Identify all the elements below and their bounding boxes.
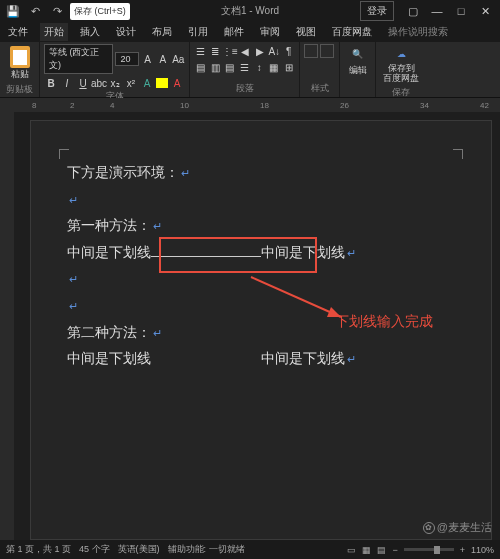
zoom-slider[interactable] (404, 548, 454, 551)
window-title: 文档1 - Word (221, 4, 279, 18)
paragraph-group-label: 段落 (194, 82, 295, 95)
style-heading[interactable] (320, 44, 334, 58)
return-mark-icon: ↵ (69, 273, 78, 285)
tab-layout[interactable]: 布局 (148, 23, 176, 41)
status-language[interactable]: 英语(美国) (118, 543, 160, 556)
undo-icon[interactable]: ↶ (26, 2, 44, 20)
return-mark-icon: ↵ (153, 327, 162, 339)
annotation-box (159, 237, 317, 273)
return-mark-icon: ↵ (69, 194, 78, 206)
tab-references[interactable]: 引用 (184, 23, 212, 41)
save-tooltip: 保存 (Ctrl+S) (70, 3, 130, 20)
document-area: 下方是演示环境：↵ ↵ 第一种方法：↵ 中间是下划线中间是下划线↵ ↵ ↵ 第二… (0, 112, 500, 540)
find-icon: 🔍 (350, 46, 366, 62)
status-page[interactable]: 第 1 页，共 1 页 (6, 543, 71, 556)
ribbon-options-icon[interactable]: ▢ (402, 2, 424, 20)
view-web-icon[interactable]: ▤ (377, 545, 386, 555)
save-icon[interactable]: 💾 (4, 2, 22, 20)
underline-icon[interactable]: U (76, 76, 90, 90)
doc-empty-line[interactable]: ↵ (67, 186, 455, 213)
font-size-select[interactable]: 20 (115, 52, 138, 66)
decrease-indent-icon[interactable]: ◀ (239, 44, 252, 58)
tab-file[interactable]: 文件 (4, 23, 32, 41)
borders-icon[interactable]: ⊞ (282, 60, 295, 74)
return-mark-icon: ↵ (347, 247, 356, 259)
tab-review[interactable]: 审阅 (256, 23, 284, 41)
ribbon: 粘贴 剪贴板 等线 (西文正文) 20 A A Aa B I U abc x₂ … (0, 42, 500, 98)
titlebar: 💾 ↶ ↷ 保存 (Ctrl+S) 文档1 - Word 登录 ▢ — □ ✕ (0, 0, 500, 22)
tell-me-search[interactable]: 操作说明搜索 (384, 23, 452, 41)
italic-icon[interactable]: I (60, 76, 74, 90)
sort-icon[interactable]: A↓ (268, 44, 281, 58)
view-print-icon[interactable]: ▦ (362, 545, 371, 555)
login-button[interactable]: 登录 (360, 1, 394, 21)
show-marks-icon[interactable]: ¶ (283, 44, 296, 58)
view-read-icon[interactable]: ▭ (347, 545, 356, 555)
tab-insert[interactable]: 插入 (76, 23, 104, 41)
font-name-select[interactable]: 等线 (西文正文) (44, 44, 113, 74)
align-center-icon[interactable]: ▥ (209, 60, 222, 74)
margin-corner-tl (59, 149, 69, 159)
status-word-count[interactable]: 45 个字 (79, 543, 110, 556)
zoom-level[interactable]: 110% (471, 545, 494, 555)
zoom-in-icon[interactable]: + (460, 545, 465, 555)
find-button[interactable]: 🔍 编辑 (344, 44, 371, 79)
maximize-icon[interactable]: □ (450, 2, 472, 20)
shading-icon[interactable]: ▦ (268, 60, 281, 74)
tab-home[interactable]: 开始 (40, 23, 68, 41)
status-bar: 第 1 页，共 1 页 45 个字 英语(美国) 辅助功能: 一切就绪 ▭ ▦ … (0, 540, 500, 559)
watermark-icon: ✿ (423, 522, 435, 534)
font-color-icon[interactable]: A (170, 76, 184, 90)
strikethrough-icon[interactable]: abc (92, 76, 106, 90)
doc-line-2[interactable]: 第一种方法：↵ (67, 212, 455, 239)
paste-label: 粘贴 (11, 68, 29, 81)
paste-button[interactable]: 粘贴 (4, 44, 35, 83)
justify-icon[interactable]: ☰ (238, 60, 251, 74)
save-to-baidu-button[interactable]: ☁ 保存到 百度网盘 (380, 44, 422, 86)
ribbon-tabs: 文件 开始 插入 设计 布局 引用 邮件 审阅 视图 百度网盘 操作说明搜索 (0, 22, 500, 42)
style-normal[interactable] (304, 44, 318, 58)
increase-indent-icon[interactable]: ▶ (254, 44, 267, 58)
increase-font-icon[interactable]: A (141, 52, 154, 66)
save-baidu-label: 保存到 百度网盘 (383, 64, 419, 84)
vertical-ruler[interactable] (0, 112, 14, 540)
doc-line-5[interactable]: 中间是下划线中间是下划线↵ (67, 345, 455, 372)
multilevel-icon[interactable]: ⋮≡ (223, 44, 237, 58)
tab-view[interactable]: 视图 (292, 23, 320, 41)
change-case-icon[interactable]: Aa (172, 52, 185, 66)
close-icon[interactable]: ✕ (474, 2, 496, 20)
align-left-icon[interactable]: ▤ (194, 60, 207, 74)
watermark: ✿ @麦麦生活 (423, 520, 492, 535)
line-spacing-icon[interactable]: ↕ (253, 60, 266, 74)
zoom-out-icon[interactable]: − (392, 545, 397, 555)
edit-label: 编辑 (349, 64, 367, 77)
return-mark-icon: ↵ (153, 220, 162, 232)
subscript-icon[interactable]: x₂ (108, 76, 122, 90)
numbering-icon[interactable]: ≣ (209, 44, 222, 58)
annotation-text: 下划线输入完成 (335, 313, 433, 331)
tab-baidu[interactable]: 百度网盘 (328, 23, 376, 41)
cloud-icon: ☁ (393, 46, 409, 62)
redo-icon[interactable]: ↷ (48, 2, 66, 20)
clipboard-group-label: 剪贴板 (4, 83, 35, 96)
return-mark-icon: ↵ (181, 167, 190, 179)
horizontal-ruler[interactable]: 8 2 4 10 18 26 34 42 (0, 98, 500, 112)
tab-mailings[interactable]: 邮件 (220, 23, 248, 41)
align-right-icon[interactable]: ▤ (223, 60, 236, 74)
document-page[interactable]: 下方是演示环境：↵ ↵ 第一种方法：↵ 中间是下划线中间是下划线↵ ↵ ↵ 第二… (30, 120, 492, 540)
doc-line-1[interactable]: 下方是演示环境：↵ (67, 159, 455, 186)
minimize-icon[interactable]: — (426, 2, 448, 20)
superscript-icon[interactable]: x² (124, 76, 138, 90)
styles-group-label: 样式 (304, 82, 335, 95)
paste-icon (10, 46, 30, 68)
status-accessibility[interactable]: 辅助功能: 一切就绪 (168, 543, 245, 556)
margin-corner-tr (453, 149, 463, 159)
tab-design[interactable]: 设计 (112, 23, 140, 41)
return-mark-icon: ↵ (69, 300, 78, 312)
bold-icon[interactable]: B (44, 76, 58, 90)
highlight-icon[interactable] (156, 78, 168, 88)
bullets-icon[interactable]: ☰ (194, 44, 207, 58)
decrease-font-icon[interactable]: A (156, 52, 169, 66)
text-effects-icon[interactable]: A (140, 76, 154, 90)
save-group-label: 保存 (380, 86, 422, 99)
